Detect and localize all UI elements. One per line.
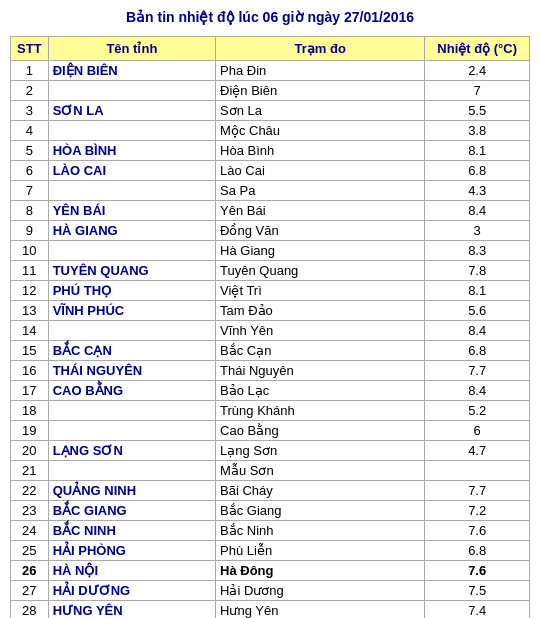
cell-temperature: 6.8 <box>425 540 530 560</box>
cell-station: Thái Nguyên <box>216 360 425 380</box>
cell-province: LẠNG SƠN <box>48 440 215 460</box>
cell-province: BẮC NINH <box>48 520 215 540</box>
cell-station: Trùng Khánh <box>216 400 425 420</box>
cell-province <box>48 420 215 440</box>
cell-temperature: 6 <box>425 420 530 440</box>
cell-station: Mẫu Sơn <box>216 460 425 480</box>
cell-temperature: 7.7 <box>425 480 530 500</box>
cell-temperature: 8.4 <box>425 200 530 220</box>
cell-station: Hà Đông <box>216 560 425 580</box>
cell-province: HÀ NỘI <box>48 560 215 580</box>
cell-station: Tam Đảo <box>216 300 425 320</box>
cell-temperature: 7.7 <box>425 360 530 380</box>
table-row: 2Điện Biên7 <box>11 80 530 100</box>
cell-province: THÁI NGUYÊN <box>48 360 215 380</box>
table-row: 10Hà Giang8.3 <box>11 240 530 260</box>
header-stt: STT <box>11 36 49 60</box>
cell-stt: 1 <box>11 60 49 80</box>
cell-province: LÀO CAI <box>48 160 215 180</box>
cell-station: Tuyên Quang <box>216 260 425 280</box>
table-row: 19Cao Bằng6 <box>11 420 530 440</box>
cell-temperature: 2.4 <box>425 60 530 80</box>
cell-province: TUYÊN QUANG <box>48 260 215 280</box>
cell-province: ĐIỆN BIÊN <box>48 60 215 80</box>
page-title: Bản tin nhiệt độ lúc 06 giờ ngày 27/01/2… <box>10 8 530 28</box>
cell-temperature: 5.6 <box>425 300 530 320</box>
table-row: 9HÀ GIANGĐồng Văn3 <box>11 220 530 240</box>
cell-stt: 16 <box>11 360 49 380</box>
cell-temperature: 7.6 <box>425 560 530 580</box>
cell-province: VĨNH PHÚC <box>48 300 215 320</box>
cell-stt: 3 <box>11 100 49 120</box>
cell-province: HẢI DƯƠNG <box>48 580 215 600</box>
cell-temperature: 6.8 <box>425 160 530 180</box>
cell-province <box>48 80 215 100</box>
cell-temperature: 7 <box>425 80 530 100</box>
table-row: 22QUẢNG NINHBãi Cháy7.7 <box>11 480 530 500</box>
cell-stt: 11 <box>11 260 49 280</box>
table-row: 27HẢI DƯƠNGHải Dương7.5 <box>11 580 530 600</box>
table-row: 20LẠNG SƠNLạng Sơn4.7 <box>11 440 530 460</box>
cell-stt: 19 <box>11 420 49 440</box>
cell-temperature: 8.1 <box>425 140 530 160</box>
cell-station: Sơn La <box>216 100 425 120</box>
cell-province: YÊN BÁI <box>48 200 215 220</box>
cell-province: BẮC CẠN <box>48 340 215 360</box>
cell-station: Pha Đin <box>216 60 425 80</box>
cell-temperature: 8.1 <box>425 280 530 300</box>
cell-station: Bắc Cạn <box>216 340 425 360</box>
table-row: 12PHÚ THỌViệt Trì8.1 <box>11 280 530 300</box>
table-row: 28HƯNG YÊNHưng Yên7.4 <box>11 600 530 618</box>
cell-stt: 28 <box>11 600 49 618</box>
table-row: 14Vĩnh Yên8.4 <box>11 320 530 340</box>
table-row: 23BẮC GIANGBắc Giang7.2 <box>11 500 530 520</box>
cell-province: HÀ GIANG <box>48 220 215 240</box>
header-tram-do: Trạm đo <box>216 36 425 60</box>
table-row: 21Mẫu Sơn <box>11 460 530 480</box>
table-row: 16THÁI NGUYÊNThái Nguyên7.7 <box>11 360 530 380</box>
table-row: 25HẢI PHÒNGPhù Liễn6.8 <box>11 540 530 560</box>
table-row: 26HÀ NỘIHà Đông7.6 <box>11 560 530 580</box>
cell-station: Bắc Ninh <box>216 520 425 540</box>
cell-stt: 21 <box>11 460 49 480</box>
cell-temperature <box>425 460 530 480</box>
cell-temperature: 4.7 <box>425 440 530 460</box>
cell-temperature: 8.4 <box>425 380 530 400</box>
cell-province: CAO BẰNG <box>48 380 215 400</box>
cell-province <box>48 320 215 340</box>
cell-station: Hưng Yên <box>216 600 425 618</box>
cell-station: Mộc Châu <box>216 120 425 140</box>
cell-stt: 8 <box>11 200 49 220</box>
cell-station: Bắc Giang <box>216 500 425 520</box>
cell-station: Hòa Bình <box>216 140 425 160</box>
cell-temperature: 7.6 <box>425 520 530 540</box>
cell-station: Hải Dương <box>216 580 425 600</box>
table-row: 5HÒA BÌNHHòa Bình8.1 <box>11 140 530 160</box>
cell-stt: 13 <box>11 300 49 320</box>
cell-province <box>48 120 215 140</box>
cell-stt: 27 <box>11 580 49 600</box>
cell-temperature: 3.8 <box>425 120 530 140</box>
cell-province <box>48 240 215 260</box>
cell-temperature: 6.8 <box>425 340 530 360</box>
header-ten-tinh: Tên tỉnh <box>48 36 215 60</box>
cell-stt: 7 <box>11 180 49 200</box>
cell-stt: 23 <box>11 500 49 520</box>
table-row: 6LÀO CAILào Cai6.8 <box>11 160 530 180</box>
cell-stt: 12 <box>11 280 49 300</box>
header-nhiet-do: Nhiệt độ (°C) <box>425 36 530 60</box>
cell-stt: 15 <box>11 340 49 360</box>
table-row: 13VĨNH PHÚCTam Đảo5.6 <box>11 300 530 320</box>
cell-station: Điện Biên <box>216 80 425 100</box>
cell-temperature: 7.5 <box>425 580 530 600</box>
cell-province: QUẢNG NINH <box>48 480 215 500</box>
table-row: 11TUYÊN QUANGTuyên Quang7.8 <box>11 260 530 280</box>
cell-station: Cao Bằng <box>216 420 425 440</box>
cell-stt: 9 <box>11 220 49 240</box>
cell-stt: 24 <box>11 520 49 540</box>
table-row: 24BẮC NINHBắc Ninh7.6 <box>11 520 530 540</box>
cell-stt: 6 <box>11 160 49 180</box>
cell-station: Bảo Lạc <box>216 380 425 400</box>
cell-stt: 20 <box>11 440 49 460</box>
cell-province <box>48 460 215 480</box>
